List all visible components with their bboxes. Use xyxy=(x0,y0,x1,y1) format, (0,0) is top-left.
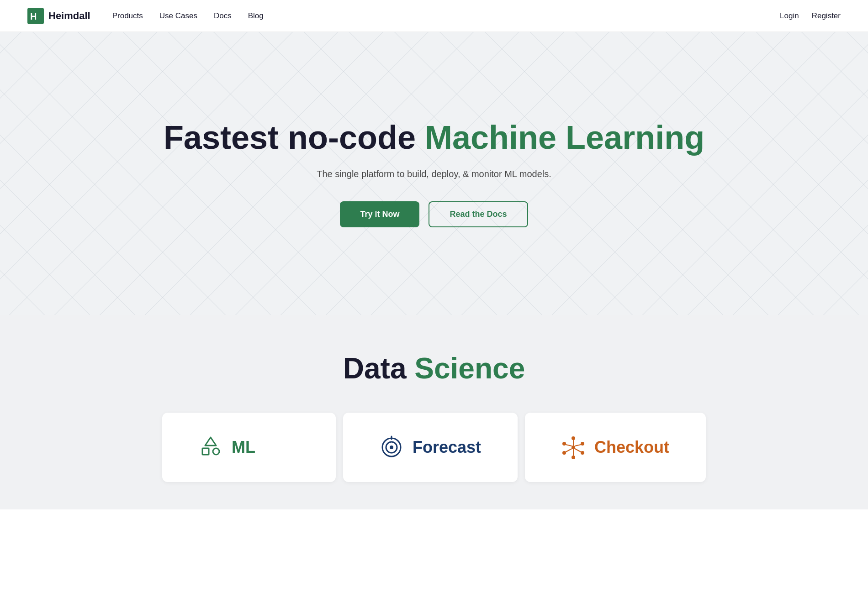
ds-card-checkout[interactable]: Checkout xyxy=(525,413,706,482)
nav-use-cases[interactable]: Use Cases xyxy=(159,11,197,20)
hero-subtitle: The single platform to build, deploy, & … xyxy=(164,169,704,179)
svg-point-7 xyxy=(390,446,393,449)
logo-icon: H xyxy=(27,8,44,24)
svg-point-10 xyxy=(572,436,575,440)
nav-links: Products Use Cases Docs Blog xyxy=(112,11,264,21)
hero-title-part2: Machine Learning xyxy=(425,119,704,156)
checkout-icon xyxy=(561,435,585,459)
data-science-section: Data Science ML xyxy=(0,315,868,509)
hero-buttons: Try it Now Read the Docs xyxy=(164,201,704,227)
svg-rect-3 xyxy=(202,448,209,455)
svg-point-13 xyxy=(572,456,575,459)
ds-section-title: Data Science xyxy=(27,351,841,385)
navbar: H Heimdall Products Use Cases Docs Blog … xyxy=(0,0,868,32)
svg-point-12 xyxy=(581,451,584,455)
ml-icon xyxy=(199,435,222,459)
ds-card-ml-label: ML xyxy=(232,438,255,457)
ds-cards: ML Forecast xyxy=(27,413,841,482)
hero-content: Fastest no-code Machine Learning The sin… xyxy=(164,120,704,227)
svg-point-14 xyxy=(562,451,566,455)
nav-blog[interactable]: Blog xyxy=(248,11,264,20)
svg-point-11 xyxy=(581,442,584,446)
svg-line-18 xyxy=(575,449,581,452)
ds-card-forecast[interactable]: Forecast xyxy=(343,413,518,482)
forecast-icon xyxy=(380,435,403,459)
hero-section: Fastest no-code Machine Learning The sin… xyxy=(0,32,868,315)
svg-point-9 xyxy=(572,446,575,449)
hero-title-part1: Fastest no-code xyxy=(164,119,425,156)
svg-point-15 xyxy=(562,442,566,446)
nav-register[interactable]: Register xyxy=(812,11,841,21)
svg-text:H: H xyxy=(30,11,37,21)
ds-title-part1: Data xyxy=(343,352,415,385)
ds-title-part2: Science xyxy=(414,352,525,385)
logo-link[interactable]: H Heimdall xyxy=(27,8,90,24)
ds-card-ml[interactable]: ML xyxy=(162,413,336,482)
hero-title: Fastest no-code Machine Learning xyxy=(164,120,704,156)
ds-card-forecast-label: Forecast xyxy=(413,438,481,457)
svg-line-20 xyxy=(566,449,572,452)
nav-docs[interactable]: Docs xyxy=(214,11,232,20)
nav-login[interactable]: Login xyxy=(780,11,799,21)
logo-text: Heimdall xyxy=(48,10,90,22)
svg-line-17 xyxy=(575,445,581,446)
svg-line-21 xyxy=(566,445,572,446)
nav-right: Login Register xyxy=(780,11,841,21)
nav-left: H Heimdall Products Use Cases Docs Blog xyxy=(27,8,264,24)
svg-point-4 xyxy=(213,448,219,455)
ds-card-checkout-label: Checkout xyxy=(594,438,669,457)
nav-products[interactable]: Products xyxy=(112,11,143,20)
svg-marker-2 xyxy=(205,437,216,446)
try-it-now-button[interactable]: Try it Now xyxy=(340,201,419,227)
read-the-docs-button[interactable]: Read the Docs xyxy=(429,201,528,227)
